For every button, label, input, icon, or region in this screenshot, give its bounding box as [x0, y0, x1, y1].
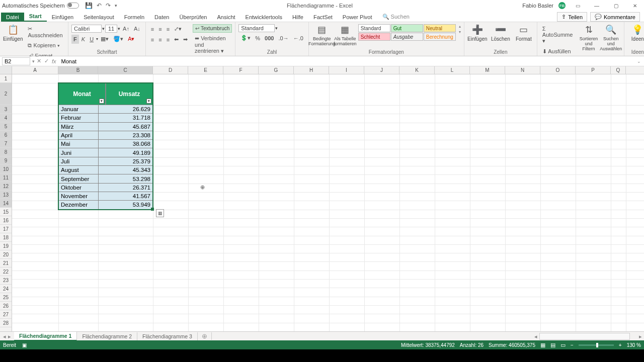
- data-table[interactable]: Monat▾ Umsatz▾ Januar26.629Februar31.718…: [58, 83, 153, 210]
- styles-more-icon[interactable]: ▴: [459, 24, 461, 29]
- borders-button[interactable]: ▦▾: [99, 34, 111, 44]
- table-row[interactable]: April23.308: [58, 131, 153, 140]
- autosum-button[interactable]: Σ AutoSumme ▾: [540, 24, 577, 46]
- decrease-font-icon[interactable]: A↓: [132, 24, 142, 33]
- tab-start[interactable]: Start: [24, 12, 47, 22]
- col-H[interactable]: H: [294, 66, 329, 74]
- view-pagelayout-icon[interactable]: ▤: [550, 342, 555, 348]
- table-row[interactable]: Oktober26.371: [58, 184, 153, 192]
- zoom-out-icon[interactable]: −: [571, 342, 574, 348]
- header-umsatz[interactable]: Umsatz▾: [106, 83, 153, 105]
- maximize-icon[interactable]: ▢: [609, 3, 623, 9]
- col-C[interactable]: C: [98, 66, 153, 74]
- currency-icon[interactable]: 💲▾: [238, 33, 253, 43]
- select-all-corner[interactable]: [0, 66, 12, 74]
- col-Q[interactable]: Q: [611, 66, 626, 74]
- tab-powerpivot[interactable]: Power Pivot: [338, 13, 377, 22]
- thousands-icon[interactable]: 000: [263, 34, 276, 43]
- orientation-icon[interactable]: ⤢▾: [172, 24, 184, 34]
- zoom-in-icon[interactable]: +: [619, 342, 622, 348]
- view-pagebreak-icon[interactable]: ▭: [560, 342, 566, 348]
- cancel-formula-icon[interactable]: ✕: [37, 58, 41, 64]
- table-row[interactable]: Dezember53.949: [58, 201, 153, 209]
- delete-cells-button[interactable]: ➖Löschen: [491, 24, 511, 42]
- cell-month[interactable]: Dezember: [58, 201, 98, 209]
- italic-button[interactable]: K: [79, 35, 87, 44]
- name-box[interactable]: B2: [2, 57, 30, 65]
- cell-month[interactable]: Juli: [58, 157, 98, 166]
- sheet-tab-3[interactable]: Flächendiagramme 3: [137, 332, 198, 340]
- ribbon-options-icon[interactable]: ▭: [571, 3, 585, 9]
- tab-view[interactable]: Ansicht: [212, 13, 240, 22]
- style-ausgabe[interactable]: Ausgabe: [391, 33, 423, 41]
- cut-button[interactable]: ✂ Ausschneiden: [26, 24, 65, 40]
- number-format-box[interactable]: Standard: [238, 24, 275, 32]
- sort-filter-button[interactable]: ⇅Sortieren und Filtern: [580, 24, 598, 51]
- style-schlecht[interactable]: Schlecht: [358, 33, 390, 41]
- tab-developer[interactable]: Entwicklertools: [240, 13, 287, 22]
- col-B[interactable]: B: [58, 66, 98, 74]
- tab-layout[interactable]: Seitenlayout: [78, 13, 119, 22]
- fx-icon[interactable]: fx: [52, 58, 56, 64]
- percent-icon[interactable]: %: [253, 34, 262, 43]
- sheet-nav-next-icon[interactable]: ▸: [8, 333, 11, 339]
- table-row[interactable]: Juli25.379: [58, 157, 153, 166]
- align-top-icon[interactable]: ≡: [149, 25, 156, 34]
- cell-value[interactable]: 23.308: [98, 131, 153, 140]
- align-mid-icon[interactable]: ≡: [156, 25, 164, 34]
- paste-button[interactable]: 📋Einfügen: [3, 24, 23, 42]
- col-E[interactable]: E: [188, 66, 223, 74]
- cell-value[interactable]: 31.718: [98, 114, 153, 122]
- font-size-box[interactable]: 11: [105, 25, 117, 33]
- cell-value[interactable]: 25.379: [98, 157, 153, 166]
- close-icon[interactable]: ✕: [628, 3, 642, 9]
- macro-record-icon[interactable]: ▣: [22, 342, 27, 348]
- autosave-toggle[interactable]: [67, 3, 79, 9]
- bold-button[interactable]: F: [71, 35, 79, 44]
- format-cells-button[interactable]: ▭Format: [514, 24, 534, 42]
- cell-month[interactable]: Mai: [58, 140, 98, 148]
- tab-data[interactable]: Daten: [149, 13, 174, 22]
- worksheet-grid[interactable]: A B C D E F G H I J K L M N O P Q 1 2 34…: [0, 66, 644, 331]
- align-bot-icon[interactable]: ≡: [165, 25, 172, 34]
- search-label[interactable]: Suchen: [391, 14, 410, 20]
- cell-month[interactable]: Januar: [58, 105, 98, 114]
- style-standard[interactable]: Standard: [358, 24, 390, 32]
- minimize-icon[interactable]: —: [590, 3, 604, 9]
- table-row[interactable]: Juni49.189: [58, 148, 153, 157]
- col-P[interactable]: P: [576, 66, 611, 74]
- indent-inc-icon[interactable]: ➡: [181, 35, 190, 44]
- undo-icon[interactable]: ↶: [97, 2, 102, 9]
- cell-month[interactable]: Juni: [58, 148, 98, 157]
- expand-formula-icon[interactable]: ⌄: [634, 59, 644, 64]
- accept-formula-icon[interactable]: ✓: [44, 58, 49, 64]
- format-table-button[interactable]: ▦Als Tabelle formatieren: [335, 24, 355, 46]
- table-row[interactable]: Januar26.629: [58, 105, 153, 114]
- copy-button[interactable]: ⧉ Kopieren ▾: [26, 41, 65, 50]
- cell-value[interactable]: 38.068: [98, 140, 153, 148]
- style-berechnung[interactable]: Berechnung: [424, 33, 456, 41]
- col-N[interactable]: N: [505, 66, 540, 74]
- tab-help[interactable]: Hilfe: [287, 13, 308, 22]
- zoom-value[interactable]: 130 %: [627, 342, 641, 348]
- avatar[interactable]: FB: [558, 2, 566, 9]
- table-row[interactable]: September53.298: [58, 174, 153, 183]
- cell-month[interactable]: April: [58, 131, 98, 140]
- formula-input[interactable]: [58, 57, 634, 65]
- col-F[interactable]: F: [223, 66, 259, 74]
- col-K[interactable]: K: [399, 66, 435, 74]
- col-G[interactable]: G: [259, 66, 294, 74]
- filter-icon[interactable]: ▾: [146, 99, 151, 104]
- align-right-icon[interactable]: ≡: [165, 35, 172, 44]
- col-O[interactable]: O: [540, 66, 576, 74]
- col-I[interactable]: I: [329, 66, 364, 74]
- style-neutral[interactable]: Neutral: [424, 24, 456, 32]
- wrap-text-button[interactable]: ↩Textumbruch: [193, 24, 232, 33]
- cell-month[interactable]: Februar: [58, 114, 98, 122]
- align-left-icon[interactable]: ≡: [149, 35, 156, 44]
- sheet-tab-2[interactable]: Flächendiagramme 2: [77, 332, 137, 340]
- cell-value[interactable]: 45.343: [98, 166, 153, 174]
- col-D[interactable]: D: [153, 66, 188, 74]
- col-M[interactable]: M: [470, 66, 505, 74]
- share-button[interactable]: ⇪Teilen: [557, 12, 587, 22]
